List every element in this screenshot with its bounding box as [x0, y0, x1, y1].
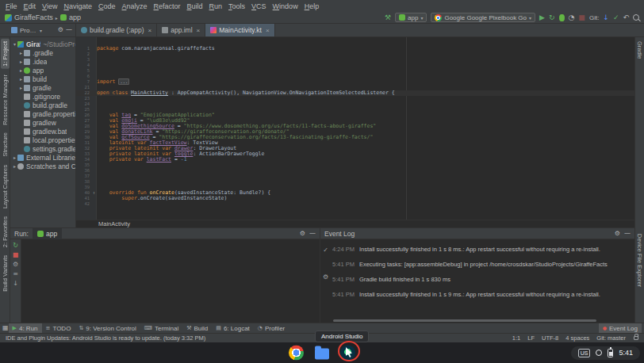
event-log-scrollbar[interactable]	[320, 319, 634, 323]
log-entry[interactable]: 4:24 PMInstall successfully finished in …	[332, 246, 632, 253]
tree-item-build-gradle[interactable]: build.gradle	[10, 101, 75, 109]
tool-stripe-gradle[interactable]: Gradle	[635, 39, 644, 62]
close-icon[interactable]: ×	[266, 27, 270, 34]
menu-view[interactable]: View	[39, 2, 60, 10]
code-editor[interactable]: 1package com.naranjaconsal.giraffefacts2…	[76, 37, 634, 220]
menu-navigate[interactable]: Navigate	[60, 2, 95, 10]
git-update-button[interactable]: ↓	[603, 14, 609, 21]
mark-all-read-button[interactable]: ✓	[323, 247, 328, 254]
menu-vcs[interactable]: VCS	[248, 2, 270, 10]
tree-item-gradlew[interactable]: gradlew	[10, 118, 75, 127]
status-4-spaces[interactable]: 4 spaces	[565, 334, 589, 342]
status-1-1[interactable]: 1:1	[512, 334, 520, 342]
code-line-22[interactable]: 22open class MainActivity : AppCompatAct…	[76, 90, 634, 96]
chevron-right-icon[interactable]: ▸	[12, 155, 17, 160]
event-log-entries[interactable]: 4:24 PMInstall successfully finished in …	[331, 239, 634, 319]
hide-panel-icon[interactable]: —	[624, 231, 631, 237]
gear-icon[interactable]: ⚙	[615, 231, 620, 237]
code-line-1[interactable]: 1package com.naranjaconsal.giraffefacts	[76, 46, 634, 52]
tool-button-9-version-control[interactable]: ⇅9: Version Control	[75, 323, 140, 333]
tab-mainactivity-kt[interactable]: MainActivity.kt×	[205, 24, 274, 36]
code-line-2[interactable]: 2	[76, 52, 634, 57]
tree-item-build[interactable]: ▸build	[10, 75, 75, 83]
device-select[interactable]: Google Google Pixelbook Go ▾	[431, 13, 535, 22]
tree-item-idea[interactable]: ▸.idea	[10, 57, 75, 66]
tool-button-6-logcat[interactable]: ▤6: Logcat	[212, 323, 254, 333]
tree-item-gradle[interactable]: ▸gradle	[10, 83, 75, 92]
files-icon[interactable]	[315, 349, 329, 360]
run-console[interactable]	[21, 239, 320, 323]
code-line-23[interactable]: 23	[76, 96, 634, 101]
menu-tools[interactable]: Tools	[225, 2, 248, 10]
chevron-right-icon[interactable]: ▸	[18, 59, 24, 64]
tool-stripe-build-variants[interactable]: Build Variants	[1, 253, 10, 294]
editor-breadcrumb[interactable]: MainActivity	[98, 220, 130, 227]
log-entry[interactable]: 5:41 PMGradle build finished in 1 s 830 …	[332, 276, 632, 283]
code-line-37[interactable]: 37	[76, 174, 634, 179]
menu-run[interactable]: Run	[206, 2, 226, 10]
tool-stripe-layout-captures[interactable]: Layout Captures	[1, 162, 10, 211]
menu-analyze[interactable]: Analyze	[118, 2, 150, 10]
code-line-7[interactable]: 7import ...	[76, 79, 634, 85]
tree-item-gradle[interactable]: ▸.gradle	[10, 48, 75, 57]
code-line-42[interactable]: 42	[76, 201, 634, 207]
tree-item-local-properties[interactable]: local.properties	[10, 136, 75, 144]
lock-icon[interactable]	[634, 336, 638, 340]
scroll-to-end-button[interactable]: ↓	[13, 281, 18, 287]
chrome-icon[interactable]	[289, 346, 304, 361]
stop-button[interactable]: ■	[13, 252, 19, 258]
tool-button-4-run[interactable]: ▶4: Run	[9, 323, 42, 333]
code-line-34[interactable]: 34 private var lastFact = -1	[76, 157, 634, 162]
code-line-24[interactable]: 24	[76, 101, 634, 107]
code-line-6[interactable]: 6	[76, 74, 634, 79]
tool-stripe-structure[interactable]: Structure	[1, 130, 10, 159]
tool-stripe-2-favorites[interactable]: 2: Favorites	[1, 214, 10, 250]
tool-stripe-resource-manager[interactable]: Resource Manager	[1, 72, 10, 128]
run-config-select[interactable]: app ▾	[395, 13, 427, 22]
run-settings-button[interactable]: ⚙	[13, 262, 18, 268]
git-commit-button[interactable]: ✓	[613, 14, 619, 21]
gear-icon[interactable]: ⚙	[300, 231, 305, 237]
tree-item-giraffefacts[interactable]: ▾GiraffeFacts~/StudioProjects/GiraffeFac…	[10, 40, 75, 48]
gear-icon[interactable]: ⚙	[58, 27, 63, 33]
tool-button-todo[interactable]: ≡TODO	[42, 323, 75, 333]
menu-window[interactable]: Window	[270, 2, 301, 10]
code-line-38[interactable]: 38	[76, 179, 634, 185]
chevron-right-icon[interactable]: ▸	[18, 50, 24, 55]
menu-code[interactable]: Code	[95, 2, 119, 10]
search-everywhere-icon[interactable]	[633, 14, 639, 21]
menu-help[interactable]: Help	[301, 2, 323, 10]
menu-file[interactable]: File	[2, 2, 21, 10]
tool-stripe-1-project[interactable]: 1: Project	[1, 39, 10, 69]
chevron-right-icon[interactable]: ▸	[18, 85, 24, 90]
hide-panel-icon[interactable]: —	[66, 27, 72, 33]
tree-item-app[interactable]: ▸app	[10, 66, 75, 75]
scrollbar-thumb[interactable]	[333, 319, 597, 322]
menu-edit[interactable]: Edit	[21, 2, 40, 10]
profile-button[interactable]: ◔	[569, 14, 575, 21]
run-button[interactable]: ▶	[539, 14, 545, 21]
event-log-settings-button[interactable]: ⚙	[323, 274, 328, 281]
tool-button-build[interactable]: ⚒Build	[182, 323, 212, 333]
code-line-41[interactable]: 41 super.onCreate(savedInstanceState)	[76, 196, 634, 201]
debug-button[interactable]	[559, 14, 565, 21]
tree-item-external-libraries[interactable]: ▸External Libraries	[10, 153, 75, 162]
code-line-35[interactable]: 35	[76, 162, 634, 168]
menu-refactor[interactable]: Refactor	[151, 2, 184, 10]
code-line-4[interactable]: 4	[76, 63, 634, 68]
tool-stripe-device-file-explorer[interactable]: Device File Explorer	[635, 231, 644, 289]
tree-item-scratches-and-consoles[interactable]: ▸Scratches and Consoles	[10, 162, 75, 170]
stop-button[interactable]: ■	[578, 14, 585, 21]
log-entry[interactable]: 5:41 PMExecuting tasks: [app:assembleDeb…	[332, 261, 632, 268]
tree-item-gradlew-bat[interactable]: gradlew.bat	[10, 127, 75, 136]
chevron-down-icon[interactable]: ▾	[12, 41, 17, 47]
tool-button-profiler[interactable]: ◔Profiler	[254, 323, 289, 333]
hide-panel-icon[interactable]: —	[309, 231, 316, 237]
git-revert-button[interactable]: ↶	[623, 14, 629, 21]
close-icon[interactable]: ×	[148, 27, 152, 34]
rerun-app-button[interactable]: ↻	[13, 243, 18, 249]
chevron-right-icon[interactable]: ▸	[12, 163, 17, 169]
run-tab-app[interactable]: app	[33, 228, 62, 239]
breadcrumb-module[interactable]: app	[69, 13, 81, 21]
tab-build-gradle-app[interactable]: build.gradle (:app)×	[76, 24, 157, 36]
